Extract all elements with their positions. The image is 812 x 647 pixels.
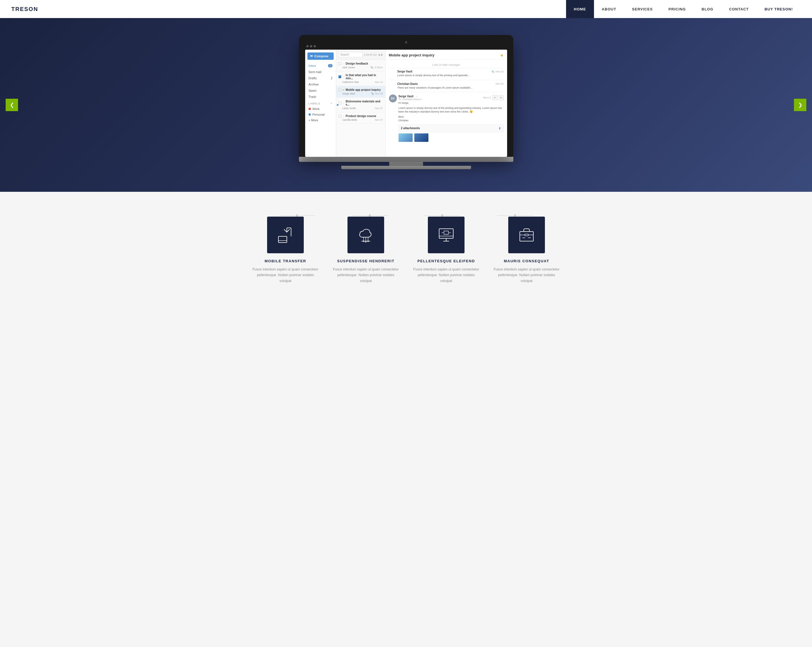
main-star[interactable]: ☆	[415, 95, 418, 98]
main-avatar-initials: SV	[391, 97, 395, 100]
mobile-transfer-icon	[277, 226, 294, 243]
svg-rect-19	[520, 232, 533, 241]
personal-label: Personal	[313, 113, 325, 116]
email-detail-star[interactable]: ★	[500, 53, 504, 58]
attachments-bar: 2 attachments ⬇	[398, 124, 504, 132]
feature-mobile-transfer: MOBILE TRANSFER Fusce interdum sapien ut…	[251, 217, 320, 284]
logo: TRESON	[11, 6, 38, 12]
compose-icon: ✏	[310, 54, 313, 58]
hero-next-button[interactable]: ❯	[794, 99, 806, 111]
email-subject-3: Bistronome materials and s...	[346, 100, 383, 106]
email-sender-0: Jack Jones	[342, 66, 355, 69]
drafts-label: Drafts	[308, 76, 317, 80]
attachment-thumb-1[interactable]	[398, 133, 413, 142]
laptop-dot-1	[306, 45, 308, 47]
laptop-screen: ✏ Compose Inbox 3 Sent mail Drafts 2	[305, 50, 507, 157]
email-attach-icon-2: 📎	[371, 92, 374, 95]
sidebar-item-spam[interactable]: Spam	[305, 87, 336, 94]
email-item-0[interactable]: ☆ Design feedback Jack Jones 📎 4:30pm	[336, 60, 385, 71]
feature-title-3: MAURIS CONSEQUAT	[492, 259, 561, 263]
nav-services[interactable]: SERVICES	[624, 0, 661, 18]
nav-buy[interactable]: BUY TRESON!	[757, 0, 801, 18]
feature-desc-3: Fusce interdum sapien ut quam consectetu…	[492, 267, 561, 284]
email-checkbox-1[interactable]: ✓	[339, 75, 341, 78]
email-sender-1: Catherine Tate	[342, 81, 359, 84]
more-actions-button[interactable]: ▾	[499, 95, 504, 100]
hero-section: ❮ ✏ Compose	[0, 18, 812, 192]
thread-date-0: Nov 03	[496, 70, 504, 73]
email-star-2[interactable]: ★	[342, 89, 345, 92]
email-item-3[interactable]: ☆ Bistronome materials and s... Lewis Sm…	[336, 98, 385, 112]
thread-date-1: Nov 05	[496, 82, 504, 85]
main-email-item: SV Serge Vasil ☆ To: Christian Davis ▾	[389, 95, 504, 144]
email-checkbox-0[interactable]	[339, 63, 341, 65]
main-email-body: Hi Serge, Lorem Ipsum is simply dummy te…	[398, 101, 504, 123]
email-attach-icon-0: 📎	[370, 66, 374, 69]
unread-dot-3	[337, 104, 339, 106]
labels-title: LABELS	[308, 102, 321, 105]
email-checkbox-3[interactable]	[339, 102, 341, 104]
features-inner: MOBILE TRANSFER Fusce interdum sapien ut…	[251, 214, 561, 284]
labels-add-icon[interactable]: +	[331, 102, 332, 105]
email-checkbox-4[interactable]	[339, 115, 341, 117]
email-item-1[interactable]: ✓ ☆ Is that what you had in min... Cathe…	[336, 71, 385, 86]
drafts-badge: 2	[331, 77, 333, 80]
sidebar-item-archive[interactable]: Archive	[305, 81, 336, 87]
feature-title-1: SUSPENDISSE HENDRERIT	[331, 259, 400, 263]
email-item-4[interactable]: ☆ Product design course Camilla Belle No…	[336, 112, 385, 124]
header: TRESON HOME ABOUT SERVICES PRICING BLOG …	[0, 0, 812, 18]
compose-button[interactable]: ✏ Compose	[307, 52, 334, 60]
email-subject-1: Is that what you had in min...	[346, 73, 383, 80]
next-page-icon[interactable]: ▶	[381, 53, 383, 56]
sidebar-item-drafts[interactable]: Drafts 2	[305, 75, 336, 81]
laptop-dot-2	[310, 45, 312, 47]
feature-title-0: MOBILE TRANSFER	[251, 259, 320, 263]
nav-blog[interactable]: BLOG	[694, 0, 722, 18]
reply-button[interactable]: ↩	[493, 95, 498, 100]
email-client: ✏ Compose Inbox 3 Sent mail Drafts 2	[305, 50, 507, 157]
sidebar-item-inbox[interactable]: Inbox 3	[305, 63, 336, 69]
more-label: + More	[308, 119, 318, 122]
thread-avatar-placeholder-0	[389, 70, 396, 78]
email-star-4[interactable]: ☆	[342, 115, 345, 117]
email-star-1[interactable]: ☆	[342, 75, 345, 78]
labels-section-header: LABELS +	[305, 100, 336, 106]
nav-home[interactable]: HOME	[566, 0, 594, 18]
laptop-base	[299, 157, 513, 162]
prev-page-icon[interactable]: ◀	[378, 53, 380, 56]
trash-label: Trash	[308, 95, 316, 98]
label-personal[interactable]: Personal	[305, 112, 336, 117]
label-more[interactable]: + More	[305, 117, 336, 123]
search-input[interactable]: Search	[339, 52, 363, 57]
email-item-2[interactable]: ★ Mobile app project inquiry Serge Vasil…	[336, 86, 385, 98]
email-star-3[interactable]: ☆	[342, 102, 345, 104]
feature-desc-1: Fusce interdum sapien ut quam consectetu…	[331, 267, 400, 284]
main-sender: Serge Vasil	[398, 95, 414, 98]
sidebar-item-trash[interactable]: Trash	[305, 94, 336, 100]
download-all-icon[interactable]: ⬇	[498, 127, 501, 130]
cloud-network-icon	[357, 226, 374, 243]
hero-prev-button[interactable]: ❮	[6, 99, 18, 111]
load-older-button[interactable]: Load 24 older messages	[389, 62, 504, 68]
feature-pellentesque: PELLENTESQUE ELEIFEND Fusce interdum sap…	[412, 217, 481, 284]
main-date: Nov 11	[483, 96, 491, 99]
laptop-stand	[389, 162, 423, 166]
nav-about[interactable]: ABOUT	[594, 0, 624, 18]
sidebar-item-sent[interactable]: Sent mail	[305, 69, 336, 75]
work-dot	[308, 108, 311, 110]
attachments-label: 2 attachments	[401, 127, 420, 130]
email-checkbox-2[interactable]	[339, 89, 341, 92]
nav-contact[interactable]: CONTACT	[721, 0, 757, 18]
label-work[interactable]: Work	[305, 106, 336, 112]
personal-dot	[308, 113, 311, 116]
email-detail-title: Mobile app project inquiry	[389, 53, 435, 57]
email-subject-0: Design feedback	[346, 62, 383, 65]
email-star-0[interactable]: ☆	[342, 63, 345, 65]
nav-pricing[interactable]: PRICING	[661, 0, 693, 18]
email-sender-2: Serge Vasil	[342, 92, 355, 95]
thread-item-1: Christian Davis Nov 05 There are many va…	[389, 82, 504, 93]
attachment-thumb-2[interactable]	[414, 133, 429, 142]
feature-icon-box-1	[348, 217, 384, 253]
svg-point-11	[365, 241, 366, 242]
thread-content-1: Christian Davis Nov 05 There are many va…	[397, 82, 504, 90]
